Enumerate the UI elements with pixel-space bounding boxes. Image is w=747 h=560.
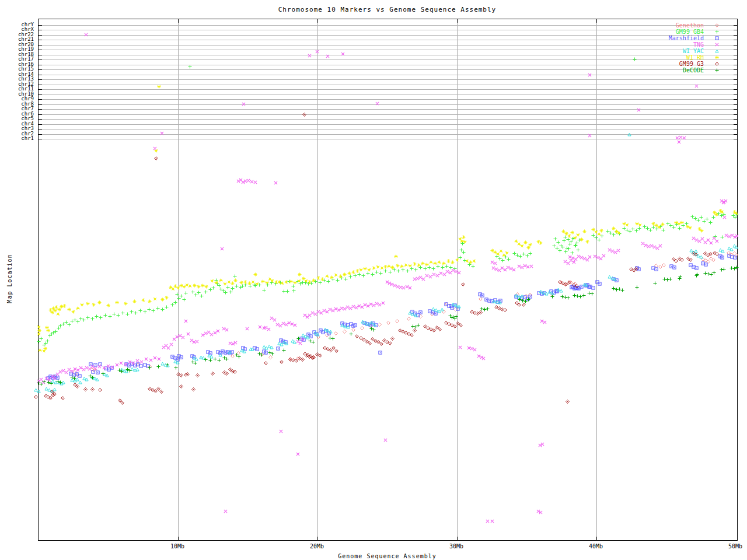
marker-gm99-gb4: [285, 289, 289, 293]
marker-wi-rh: [284, 280, 288, 284]
top-tick-10Mb: [178, 19, 179, 23]
marker-gm99-g3: [191, 387, 196, 391]
marker-tng: [588, 255, 592, 259]
marker-gm99-gb4: [597, 238, 601, 242]
marker-tng: [677, 140, 681, 144]
marker-wi-rh: [582, 229, 587, 233]
legend-marker-x-icon: [715, 43, 719, 47]
marker-wi-rh: [92, 303, 96, 307]
marker-decode: [193, 361, 197, 365]
marker-wi-rh: [316, 276, 320, 280]
marker-tng: [381, 301, 385, 305]
y-axis-title: Map Location: [6, 250, 13, 308]
marker-tng: [383, 438, 388, 442]
marker-tng: [486, 519, 490, 523]
chromosome-line-right-tick: [734, 85, 737, 85]
marker-tng: [149, 358, 153, 362]
chromosome-line-left-tick: [39, 124, 42, 125]
marker-wi-yac: [699, 255, 703, 259]
marker-tng: [658, 244, 662, 248]
marker-wi-rh: [599, 229, 603, 233]
marker-tng: [279, 429, 283, 433]
marker-wi-rh: [376, 265, 380, 269]
marker-wi-rh: [330, 275, 334, 279]
marker-marshfield: [694, 266, 699, 270]
marker-tng: [490, 519, 494, 523]
marker-marshfield: [733, 256, 737, 260]
marker-wi-rh: [576, 233, 580, 237]
marker-wi-yac: [37, 389, 41, 393]
marker-wi-rh: [86, 302, 90, 306]
bottom-tick-30Mb: [457, 537, 458, 540]
marker-gm99-g3: [410, 333, 414, 337]
marker-wi-rh: [46, 328, 50, 332]
marker-wi-rh: [505, 251, 509, 255]
marker-gm99-g3: [334, 349, 338, 353]
marker-gm99-g3: [566, 400, 570, 404]
marker-gm99-gb4: [211, 286, 215, 290]
marker-gm99-gb4: [182, 298, 186, 302]
marker-marshfield: [704, 262, 708, 267]
marker-marshfield: [654, 267, 658, 271]
marker-wi-rh: [455, 258, 459, 262]
chromosome-line-chr2: [39, 134, 737, 135]
marker-gm99-gb4: [357, 272, 361, 276]
marker-gm99-gb4: [388, 270, 392, 274]
marker-gm99-g3: [302, 113, 306, 117]
marker-decode: [454, 314, 458, 318]
chart-window: { "chart_data": { "type": "scatter", "ti…: [0, 0, 747, 560]
marker-gm99-gb4: [46, 339, 50, 343]
marker-tng: [139, 360, 144, 364]
marker-wi-rh: [417, 263, 421, 267]
marker-gm99-gb4: [708, 220, 713, 225]
marker-gm99-g3: [179, 373, 183, 377]
chromosome-line-left-tick: [39, 60, 42, 60]
marker-wi-rh: [338, 274, 343, 278]
chromosome-line-right-tick: [734, 114, 737, 115]
marker-wi-rh: [293, 281, 297, 285]
marker-decode: [282, 348, 286, 352]
legend-label: TNG: [693, 41, 704, 48]
bottom-tick-20Mb: [317, 537, 318, 540]
marker-decode: [42, 380, 46, 384]
marker-decode: [101, 372, 105, 376]
marker-wi-rh: [597, 232, 601, 236]
marker-tng: [341, 52, 345, 56]
marker-wi-rh: [363, 267, 367, 271]
marker-gm99-gb4: [501, 258, 505, 262]
chromosome-line-left-tick: [39, 134, 42, 135]
top-tick-20Mb: [317, 19, 318, 23]
legend-entry-wi-yac: WI YAC: [613, 48, 704, 54]
chromosome-line-left-tick: [39, 119, 42, 120]
chromosome-line-left-tick: [39, 94, 42, 95]
marker-gm99-gb4: [406, 269, 410, 273]
marker-tng: [602, 254, 606, 258]
marker-wi-rh: [367, 268, 371, 272]
marker-wi-rh: [408, 264, 412, 268]
marker-wi-yac: [627, 132, 631, 136]
marker-marshfield: [91, 370, 95, 374]
chromosome-line-left-tick: [39, 85, 42, 85]
marker-gm99-gb4: [383, 269, 388, 273]
marker-gm99-gb4: [82, 318, 86, 322]
marker-wi-rh: [343, 272, 347, 276]
marker-wi-rh: [270, 279, 274, 283]
gridline-30Mb: [457, 19, 458, 540]
marker-tng: [153, 356, 157, 360]
marker-marshfield: [378, 351, 382, 355]
marker-wi-rh: [153, 297, 157, 301]
marker-marshfield: [672, 265, 676, 270]
marker-wi-rh: [570, 230, 574, 235]
marker-gm99-gb4: [637, 226, 641, 230]
chromosome-line-right-tick: [734, 94, 737, 95]
marker-gm99-g3: [368, 341, 372, 345]
marker-wi-rh: [334, 273, 338, 277]
marker-wi-rh: [499, 249, 503, 253]
marker-tng: [326, 54, 330, 58]
marker-wi-rh: [734, 211, 738, 215]
marker-gm99-g3: [517, 303, 521, 307]
marker-gm99-gb4: [134, 311, 138, 315]
marker-gm99-g3: [390, 337, 395, 341]
chromosome-line-right-tick: [734, 25, 737, 26]
marker-wi-rh: [148, 299, 152, 303]
